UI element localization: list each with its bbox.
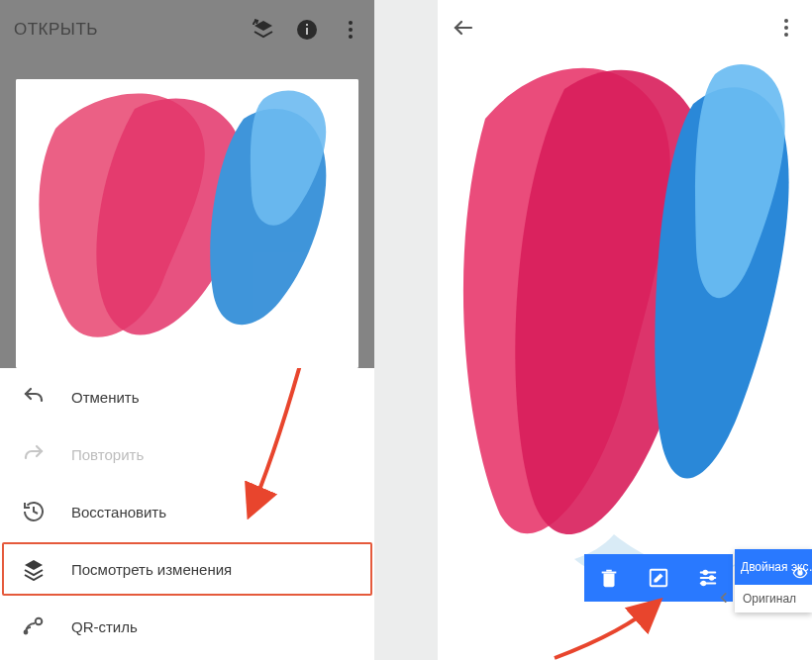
menu-view-edits[interactable]: Посмотреть изменения bbox=[0, 540, 374, 598]
menu-qr-style-label: QR-стиль bbox=[71, 618, 138, 635]
svg-point-23 bbox=[798, 571, 802, 575]
menu-redo: Повторить bbox=[0, 425, 374, 483]
brush-edit-icon[interactable] bbox=[647, 566, 670, 590]
eye-visibility-icon[interactable] bbox=[792, 565, 808, 581]
svg-point-7 bbox=[349, 35, 353, 39]
open-button[interactable]: ОТКРЫТЬ bbox=[14, 20, 98, 40]
ink-illustration-left bbox=[16, 79, 358, 368]
svg-point-6 bbox=[349, 28, 353, 32]
history-step-original[interactable]: Оригинал bbox=[735, 585, 812, 613]
layers-icon bbox=[22, 557, 46, 581]
menu-undo[interactable]: Отменить bbox=[0, 368, 374, 425]
menu-qr-style[interactable]: QR-стиль bbox=[0, 598, 374, 655]
history-step-current[interactable]: Двойная экс… bbox=[735, 549, 812, 585]
svg-point-12 bbox=[784, 19, 788, 23]
ink-illustration-right bbox=[456, 59, 794, 604]
stack-undo-icon[interactable] bbox=[252, 18, 275, 42]
more-vert-icon[interactable] bbox=[339, 18, 362, 42]
image-preview-right[interactable] bbox=[456, 59, 794, 604]
edit-history-stack: Двойная экс… Оригинал bbox=[735, 549, 812, 613]
menu-view-edits-label: Посмотреть изменения bbox=[71, 561, 232, 578]
edit-history-menu: Отменить Повторить Восстановить bbox=[0, 368, 374, 655]
right-top-bar bbox=[438, 0, 812, 55]
chevron-left-icon[interactable] bbox=[717, 591, 731, 608]
info-icon[interactable] bbox=[295, 18, 319, 42]
svg-point-20 bbox=[710, 576, 714, 580]
svg-rect-3 bbox=[306, 28, 308, 35]
panel-right: Двойная экс… Оригинал bbox=[438, 0, 812, 660]
redo-icon bbox=[22, 442, 46, 466]
svg-point-18 bbox=[703, 571, 707, 575]
menu-revert-label: Восстановить bbox=[71, 504, 166, 520]
menu-undo-label: Отменить bbox=[71, 389, 140, 406]
panel-left: ОТКРЫТЬ bbox=[0, 0, 374, 660]
svg-point-9 bbox=[25, 631, 28, 634]
svg-point-22 bbox=[702, 582, 706, 586]
left-dimmed-region: ОТКРЫТЬ bbox=[0, 0, 374, 368]
svg-marker-8 bbox=[25, 560, 43, 570]
more-vert-icon[interactable] bbox=[774, 16, 798, 40]
panel-gap bbox=[374, 0, 438, 660]
menu-redo-label: Повторить bbox=[71, 446, 144, 463]
history-step-original-label: Оригинал bbox=[743, 592, 796, 606]
back-icon[interactable] bbox=[452, 16, 475, 40]
svg-rect-4 bbox=[306, 24, 308, 26]
svg-point-10 bbox=[36, 618, 43, 625]
svg-point-5 bbox=[349, 21, 353, 25]
svg-point-14 bbox=[784, 33, 788, 37]
image-preview-left bbox=[16, 79, 358, 368]
qr-style-icon bbox=[22, 614, 46, 638]
menu-revert[interactable]: Восстановить bbox=[0, 483, 374, 540]
svg-point-13 bbox=[784, 26, 788, 30]
edit-step-toolbar bbox=[584, 554, 733, 602]
left-top-bar: ОТКРЫТЬ bbox=[0, 0, 374, 59]
undo-icon bbox=[22, 385, 46, 409]
history-icon bbox=[22, 500, 46, 523]
delete-icon[interactable] bbox=[597, 566, 621, 590]
tune-sliders-icon[interactable] bbox=[696, 566, 720, 590]
